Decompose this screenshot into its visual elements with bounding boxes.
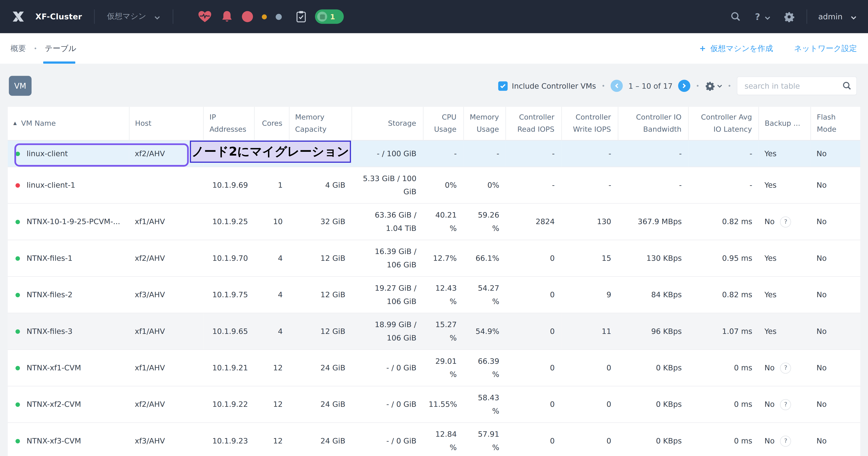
column-header-host[interactable]: Host bbox=[129, 107, 204, 140]
cell-read-iops: 0 bbox=[506, 423, 561, 456]
network-config-button[interactable]: ネットワーク設定 bbox=[794, 43, 857, 53]
running-tasks-badge[interactable]: 1 bbox=[315, 9, 344, 24]
table-search-input[interactable] bbox=[743, 81, 842, 91]
cell-read-iops: 0 bbox=[506, 240, 561, 276]
create-vm-button[interactable]: +仮想マシンを作成 bbox=[699, 43, 773, 53]
user-chevron-down-icon[interactable] bbox=[850, 11, 857, 22]
cell-write-iops: 130 bbox=[561, 204, 618, 240]
column-header-memory-capacity[interactable]: Memory Capacity bbox=[289, 107, 352, 140]
cell-storage: 5.33 GiB / 100 GiB bbox=[352, 167, 423, 204]
column-header-flash-mode[interactable]: Flash Mode bbox=[811, 107, 860, 140]
view-tabs: 概要 • テーブル bbox=[10, 33, 76, 64]
cell-backup: Yes bbox=[759, 276, 811, 313]
warning-alert-dot[interactable] bbox=[262, 14, 267, 19]
cell-ip: 10.1.9.23 bbox=[204, 423, 255, 456]
cell-backup: Yes bbox=[759, 240, 811, 276]
column-header-cpu-usage[interactable]: CPU Usage bbox=[423, 107, 463, 140]
cell-memory-usage: 0% bbox=[463, 167, 506, 204]
table-row[interactable]: linux-client-110.1.9.6914 GiB5.33 GiB / … bbox=[8, 167, 860, 204]
table-row[interactable]: NTNX-files-3xf1/AHV10.1.9.65412 GiB18.99… bbox=[8, 313, 860, 349]
cell-backup: Yes bbox=[759, 140, 811, 167]
cell-ip: 10.1.9.22 bbox=[204, 386, 255, 423]
vm-name[interactable]: linux-client-1 bbox=[27, 179, 75, 192]
cell-read-iops: 0 bbox=[506, 276, 561, 313]
table-row[interactable]: NTNX-xf1-CVMxf1/AHV10.1.9.211224 GiB- / … bbox=[8, 349, 860, 386]
info-alert-dot[interactable] bbox=[276, 13, 282, 20]
critical-alert-dot[interactable] bbox=[242, 11, 253, 22]
migration-annotation: ノード2にマイグレーション bbox=[190, 141, 351, 163]
pagination-range: 1 – 10 of 17 bbox=[628, 81, 673, 90]
column-header-controller-avg-io-latency[interactable]: Controller Avg IO Latency bbox=[688, 107, 759, 140]
tab-overview[interactable]: 概要 bbox=[10, 43, 26, 53]
vm-name[interactable]: linux-client bbox=[27, 147, 68, 160]
table-row[interactable]: NTNX-10-1-9-25-PCVM-...xf1/AHV10.1.9.251… bbox=[8, 204, 860, 240]
table-row[interactable]: NTNX-files-2xf3/AHV10.1.9.75412 GiB19.27… bbox=[8, 276, 860, 313]
help-icon[interactable]: ? bbox=[755, 11, 760, 22]
table-row[interactable]: NTNX-files-1xf2/AHV10.1.9.70412 GiB16.39… bbox=[8, 240, 860, 276]
vm-power-status-green-dot bbox=[16, 219, 20, 224]
backup-help-icon[interactable]: ? bbox=[780, 362, 791, 373]
column-header-vm-name[interactable]: ▲VM Name bbox=[8, 107, 129, 140]
cell-cpu: 12.84 % bbox=[423, 423, 463, 456]
cell-io-bandwidth: 367.9 MBps bbox=[618, 204, 688, 240]
cell-read-iops: 0 bbox=[506, 386, 561, 423]
column-header-controller-write-iops[interactable]: Controller Write IOPS bbox=[561, 107, 618, 140]
vm-power-status-green-dot bbox=[16, 151, 20, 156]
vm-name[interactable]: NTNX-xf3-CVM bbox=[27, 434, 81, 448]
vm-name[interactable]: NTNX-files-3 bbox=[27, 325, 72, 338]
vm-name[interactable]: NTNX-files-2 bbox=[27, 288, 72, 301]
health-heart-icon[interactable] bbox=[198, 10, 212, 23]
cell-write-iops: 15 bbox=[561, 240, 618, 276]
column-header-memory-usage[interactable]: Memory Usage bbox=[463, 107, 506, 140]
settings-gear-icon[interactable] bbox=[784, 11, 795, 22]
cell-cpu: 15.27 % bbox=[423, 313, 463, 349]
pagination-prev-button[interactable] bbox=[611, 80, 623, 92]
cell-storage: 18.99 GiB / 106 GiB bbox=[352, 313, 423, 349]
table-row[interactable]: NTNX-xf2-CVMxf2/AHV10.1.9.221224 GiB- / … bbox=[8, 386, 860, 423]
tasks-clipboard-icon[interactable] bbox=[296, 10, 306, 23]
search-icon[interactable] bbox=[731, 11, 741, 22]
vm-name[interactable]: NTNX-xf2-CVM bbox=[27, 398, 81, 411]
cell-backup: No? bbox=[759, 423, 811, 456]
cell-host: xf1/AHV bbox=[129, 313, 204, 349]
column-header-backup[interactable]: Backup ... bbox=[759, 107, 811, 140]
table-settings-gear-icon[interactable] bbox=[705, 81, 722, 90]
vm-name[interactable]: NTNX-files-1 bbox=[27, 252, 72, 265]
cluster-name: XF-Cluster bbox=[35, 12, 82, 21]
tab-table[interactable]: テーブル bbox=[45, 43, 76, 53]
table-row[interactable]: linux-clientxf2/AHV- / 100 GiB------YesN… bbox=[8, 140, 860, 167]
nutanix-logo-icon[interactable] bbox=[11, 10, 26, 23]
backup-help-icon[interactable]: ? bbox=[780, 436, 791, 447]
column-header-storage[interactable]: Storage bbox=[352, 107, 423, 140]
column-header-ip-addresses[interactable]: IP Addresses bbox=[204, 107, 255, 140]
help-chevron-down-icon[interactable] bbox=[765, 11, 771, 22]
app-root: XF-Cluster 仮想マシン bbox=[0, 0, 868, 456]
backup-help-icon[interactable]: ? bbox=[780, 216, 791, 227]
cell-host bbox=[129, 167, 204, 204]
include-controller-vms-checkbox[interactable] bbox=[498, 81, 507, 90]
column-header-controller-read-iops[interactable]: Controller Read IOPS bbox=[506, 107, 561, 140]
cell-name: NTNX-files-2 bbox=[8, 276, 129, 313]
table-row[interactable]: NTNX-xf3-CVMxf3/AHV10.1.9.231224 GiB- / … bbox=[8, 423, 860, 456]
vm-name[interactable]: NTNX-10-1-9-25-PCVM-... bbox=[27, 215, 120, 228]
column-header-cores[interactable]: Cores bbox=[255, 107, 289, 140]
cell-storage: - / 100 GiB bbox=[352, 140, 423, 167]
chevron-down-icon[interactable] bbox=[154, 11, 161, 22]
vm-name[interactable]: NTNX-xf1-CVM bbox=[27, 361, 81, 374]
top-navbar: XF-Cluster 仮想マシン bbox=[0, 0, 868, 33]
cell-flash: No bbox=[811, 167, 860, 204]
vm-entity-button[interactable]: VM bbox=[9, 76, 31, 96]
section-dropdown[interactable]: 仮想マシン bbox=[107, 11, 146, 22]
backup-help-icon[interactable]: ? bbox=[780, 399, 791, 410]
alerts-bell-icon[interactable] bbox=[221, 10, 233, 23]
user-menu[interactable]: admin bbox=[818, 12, 842, 21]
cell-memory: 4 GiB bbox=[289, 167, 352, 204]
search-icon[interactable] bbox=[842, 81, 851, 90]
column-header-controller-io-bandwidth[interactable]: Controller IO Bandwidth bbox=[618, 107, 688, 140]
cell-ip: 10.1.9.21 bbox=[204, 349, 255, 386]
pagination-next-button[interactable] bbox=[678, 80, 690, 92]
cell-flash: No bbox=[811, 386, 860, 423]
cell-cpu: 0% bbox=[423, 167, 463, 204]
active-tab-underline bbox=[43, 61, 75, 64]
plus-icon: + bbox=[699, 43, 706, 52]
